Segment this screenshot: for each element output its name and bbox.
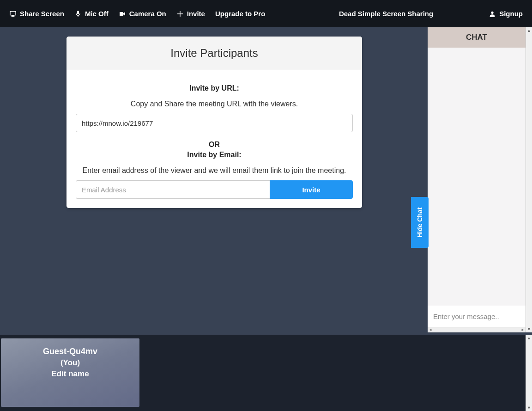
top-toolbar: Share Screen Mic Off Camera On Invite Up… [0, 0, 532, 27]
invite-url-instruction: Copy and Share the meeting URL with the … [76, 100, 353, 108]
chat-header: CHAT [428, 27, 526, 48]
share-screen-button[interactable]: Share Screen [9, 10, 64, 18]
email-invite-row: Invite [76, 180, 353, 199]
user-icon [489, 10, 496, 18]
invite-url-label: Invite by URL: [76, 84, 353, 92]
plus-icon [176, 10, 184, 18]
chat-horizontal-scrollbar[interactable] [428, 327, 526, 332]
chat-messages-area [428, 48, 526, 306]
or-divider: OR [76, 141, 353, 149]
chat-sidebar: CHAT [428, 27, 526, 332]
vertical-scrollbar-lower[interactable] [526, 335, 532, 411]
invite-panel-header: Invite Participants [66, 37, 362, 70]
camera-on-button[interactable]: Camera On [119, 10, 166, 18]
invite-label: Invite [187, 10, 205, 18]
participant-tile: Guest-Qu4mv (You) Edit name [1, 338, 139, 407]
participant-strip: Guest-Qu4mv (You) Edit name [0, 335, 526, 411]
participant-you-label: (You) [1, 358, 139, 368]
invite-email-label: Invite by Email: [76, 151, 353, 159]
signup-label: Signup [499, 10, 523, 18]
chat-message-input[interactable] [428, 306, 526, 327]
video-camera-icon [119, 10, 126, 18]
meeting-url-input[interactable] [76, 114, 353, 132]
hide-chat-button[interactable]: Hide Chat [411, 197, 429, 248]
main-content: Invite Participants Invite by URL: Copy … [0, 27, 428, 335]
invite-submit-button[interactable]: Invite [270, 180, 353, 199]
camera-on-label: Camera On [129, 10, 166, 18]
vertical-scrollbar-upper[interactable] [526, 27, 532, 332]
upgrade-link[interactable]: Upgrade to Pro [215, 10, 265, 18]
microphone-icon [74, 10, 82, 18]
mic-off-label: Mic Off [85, 10, 109, 18]
invite-panel-title: Invite Participants [66, 47, 362, 60]
invite-button[interactable]: Invite [176, 10, 205, 18]
edit-name-link[interactable]: Edit name [1, 369, 139, 379]
brand-title: Dead Simple Screen Sharing [339, 10, 433, 18]
upgrade-label: Upgrade to Pro [215, 10, 265, 18]
invite-panel-body: Invite by URL: Copy and Share the meetin… [66, 70, 362, 208]
invite-panel: Invite Participants Invite by URL: Copy … [66, 37, 362, 208]
mic-off-button[interactable]: Mic Off [74, 10, 109, 18]
email-address-input[interactable] [76, 180, 270, 199]
invite-email-instruction: Enter email address of the viewer and we… [76, 166, 353, 175]
participant-name: Guest-Qu4mv [1, 347, 139, 356]
share-screen-label: Share Screen [20, 10, 64, 18]
monitor-icon [9, 10, 17, 18]
signup-button[interactable]: Signup [489, 10, 523, 18]
